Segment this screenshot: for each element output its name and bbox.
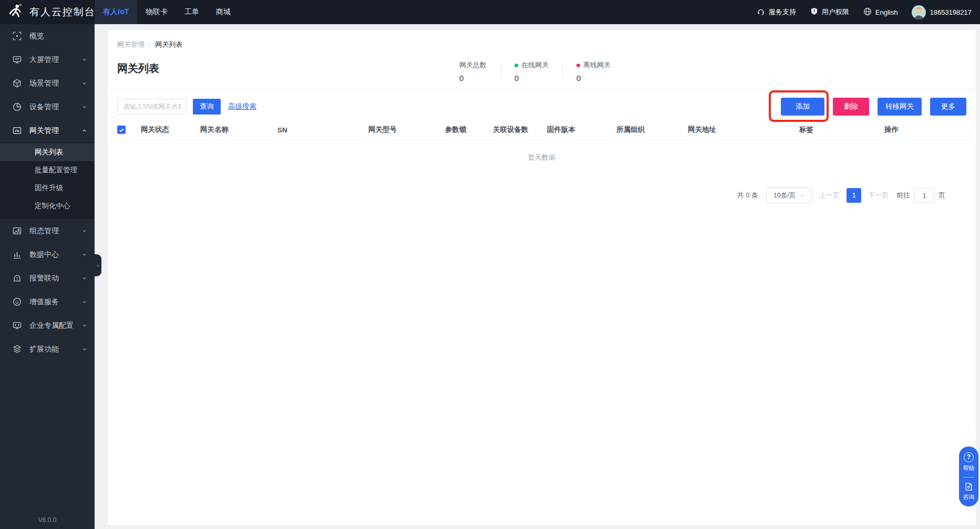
sidebar-item-enterprise-config[interactable]: 企业专属配置 (0, 314, 95, 337)
col-linked-devices: 关联设备数 (493, 125, 547, 134)
gateway-icon (13, 126, 22, 135)
sidebar-item-gateway[interactable]: 网关管理 (0, 119, 95, 142)
transfer-gateway-button[interactable]: 转移网关 (878, 98, 922, 116)
top-tabs: 有人IoT 物联卡 工单 商城 (95, 0, 239, 24)
col-organization: 所属组织 (616, 125, 688, 134)
language-switch[interactable]: English (863, 7, 898, 17)
topbar-right: 服务支持 用户权限 English (747, 0, 980, 24)
stat-total-label: 网关总数 (459, 60, 487, 70)
help-button[interactable]: 帮助 (963, 464, 975, 472)
sidebar-item-label: 网关管理 (29, 126, 59, 136)
sidebar-item-alarm-linkage[interactable]: 报警联动 (0, 266, 95, 290)
chevron-down-icon (800, 193, 805, 198)
col-actions: 操作 (884, 125, 976, 134)
sidebar-collapse-handle[interactable]: ‹ (95, 254, 101, 276)
chevron-down-icon (81, 275, 87, 281)
stat-offline: 离线网关 0 (563, 60, 624, 82)
sidebar-item-label: 数据中心 (29, 250, 59, 260)
sidebar-item-hmi-config[interactable]: 组态管理 (0, 219, 95, 243)
chevron-down-icon (81, 57, 87, 63)
sidebar-item-label: 场景管理 (29, 79, 59, 88)
sidebar-subitem-gateway-list[interactable]: 网关列表 (0, 143, 95, 161)
app-title: 有人云控制台 (29, 5, 96, 19)
sidebar-subitem-batch-config[interactable]: 批量配置管理 (0, 161, 95, 179)
extension-icon (13, 345, 22, 354)
account[interactable]: 18653198217 (912, 5, 972, 19)
search-input[interactable] (117, 99, 187, 115)
stat-online-label: 在线网关 (521, 60, 549, 70)
goto-unit-label: 页 (938, 191, 945, 200)
service-support-label: 服务支持 (769, 7, 796, 17)
page-size-value: 10条/页 (773, 191, 796, 200)
tab-usr-iot[interactable]: 有人IoT (95, 0, 137, 24)
topbar: 有人云控制台 有人IoT 物联卡 工单 商城 服务支持 (0, 0, 980, 24)
col-param-lock: 参数锁 (445, 125, 493, 134)
overview-icon (13, 32, 22, 40)
col-gateway-address: 网关地址 (688, 125, 799, 134)
sidebar-item-value-added[interactable]: 增值服务 (0, 290, 95, 314)
main-area: 网关管理 › 网关列表 网关列表 网关总数 0 在线网关 0 (95, 24, 980, 529)
consult-doc-icon (964, 482, 973, 491)
gateway-stats: 网关总数 0 在线网关 0 离线网关 0 (459, 60, 624, 82)
sidebar-item-extension[interactable]: 扩展功能 (0, 337, 95, 361)
sidebar-subitem-firmware-upgrade[interactable]: 固件升级 (0, 179, 95, 197)
float-widget-divider (963, 477, 974, 478)
scene-icon (13, 79, 22, 88)
pagination-total: 共 0 条 (737, 191, 758, 200)
col-firmware-version: 固件版本 (547, 125, 616, 134)
breadcrumb-separator: › (149, 41, 151, 49)
sidebar-item-scene[interactable]: 场景管理 (0, 71, 95, 95)
data-center-icon (13, 250, 22, 259)
sidebar-item-data-center[interactable]: 数据中心 (0, 243, 95, 266)
sidebar-item-label: 大屏管理 (29, 55, 59, 65)
advanced-search-link[interactable]: 高级搜索 (228, 102, 256, 111)
next-page-button[interactable]: 下一页 (868, 191, 889, 200)
table-header: 网关状态 网关名称 SN 网关型号 参数锁 关联设备数 固件版本 所属组织 网关… (108, 122, 976, 140)
sidebar-subitem-customization-center[interactable]: 定制化中心 (0, 197, 95, 215)
chevron-down-icon (81, 228, 87, 234)
stat-total-value: 0 (459, 74, 487, 82)
chevron-down-icon (81, 323, 87, 328)
select-all-checkbox[interactable] (117, 126, 126, 134)
col-gateway-model: 网关型号 (368, 125, 445, 134)
add-button[interactable]: 添加 (781, 98, 824, 116)
checkbox-check-icon (119, 127, 125, 133)
consult-button[interactable]: 咨询 (963, 493, 975, 501)
sidebar: 概览 大屏管理 场景管理 设备管 (0, 24, 95, 529)
user-permission[interactable]: 用户权限 (810, 7, 849, 17)
col-tags: 标签 (799, 125, 884, 134)
stat-online-value: 0 (514, 74, 549, 82)
chevron-up-icon (81, 128, 87, 133)
tab-iot-card[interactable]: 物联卡 (137, 0, 176, 24)
sidebar-item-label: 组态管理 (29, 226, 59, 236)
goto-page-input[interactable] (914, 188, 934, 203)
sidebar-item-label: 概览 (29, 32, 44, 41)
toolbar: 查询 高级搜索 添加 删除 转移网关 更多 (108, 90, 976, 122)
user-permission-label: 用户权限 (822, 7, 849, 17)
add-button-wrap: 添加 (781, 98, 824, 116)
enterprise-icon (13, 321, 22, 330)
sidebar-item-label: 报警联动 (29, 274, 59, 283)
breadcrumb: 网关管理 › 网关列表 (108, 30, 976, 49)
language-label: English (875, 8, 898, 16)
page-size-select[interactable]: 10条/页 (766, 188, 812, 203)
chevron-down-icon (81, 252, 87, 257)
service-support[interactable]: 服务支持 (757, 7, 796, 17)
content-card: 网关管理 › 网关列表 网关列表 网关总数 0 在线网关 0 (108, 30, 976, 525)
pagination: 共 0 条 10条/页 上一页 1 下一页 前往 页 (108, 173, 976, 203)
breadcrumb-parent[interactable]: 网关管理 (117, 40, 145, 49)
gateway-submenu: 网关列表 批量配置管理 固件升级 定制化中心 (0, 142, 95, 219)
sidebar-item-device[interactable]: 设备管理 (0, 95, 95, 119)
tab-mall[interactable]: 商城 (208, 0, 239, 24)
logo-block[interactable]: 有人云控制台 (0, 0, 95, 24)
page-number-button[interactable]: 1 (847, 188, 861, 203)
delete-button[interactable]: 删除 (833, 98, 869, 116)
sidebar-item-label: 企业专属配置 (29, 321, 74, 330)
sidebar-item-big-screen[interactable]: 大屏管理 (0, 48, 95, 71)
query-button[interactable]: 查询 (193, 99, 221, 115)
sidebar-item-overview[interactable]: 概览 (0, 24, 95, 48)
tab-work-order[interactable]: 工单 (176, 0, 208, 24)
chevron-down-icon (81, 80, 87, 86)
more-button[interactable]: 更多 (930, 98, 966, 116)
prev-page-button[interactable]: 上一页 (819, 191, 840, 200)
